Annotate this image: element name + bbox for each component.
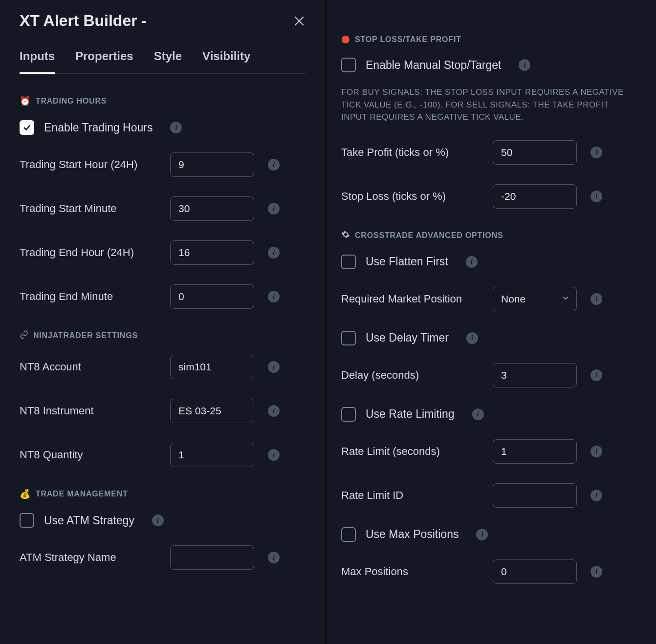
use-delay-label: Use Delay Timer xyxy=(366,331,449,344)
end-min-label: Trading End Minute xyxy=(20,290,170,303)
info-icon[interactable]: i xyxy=(590,369,602,381)
info-icon[interactable]: i xyxy=(268,361,280,373)
enable-trading-hours-label: Enable Trading Hours xyxy=(44,121,153,134)
stop-icon xyxy=(341,35,350,44)
max-pos-input[interactable] xyxy=(493,559,577,584)
start-hour-input[interactable] xyxy=(170,152,254,177)
info-icon[interactable]: i xyxy=(268,552,280,563)
atm-name-input[interactable] xyxy=(170,545,254,570)
rate-limit-sec-label: Rate Limit (seconds) xyxy=(341,445,493,458)
gear-icon xyxy=(341,230,350,241)
rate-limit-id-label: Rate Limit ID xyxy=(341,489,493,502)
flatten-first-label: Use Flatten First xyxy=(366,255,448,268)
stop-loss-input[interactable] xyxy=(493,184,577,209)
info-icon[interactable]: i xyxy=(590,147,602,158)
max-pos-label: Max Positions xyxy=(341,565,493,578)
use-rate-limit-checkbox[interactable] xyxy=(341,407,356,422)
link-icon xyxy=(20,330,28,341)
right-panel: STOP LOSS/TAKE PROFIT Enable Manual Stop… xyxy=(327,0,656,644)
nt8-instrument-input[interactable] xyxy=(170,399,254,423)
start-min-input[interactable] xyxy=(170,196,254,221)
delay-sec-input[interactable] xyxy=(493,363,577,387)
nt8-account-input[interactable] xyxy=(170,355,254,379)
info-icon[interactable]: i xyxy=(268,159,280,171)
section-ninjatrader: NINJATRADER SETTINGS xyxy=(20,330,306,341)
info-icon[interactable]: i xyxy=(466,256,478,268)
enable-manual-stop-label: Enable Manual Stop/Target xyxy=(366,59,501,72)
left-panel: XT Alert Builder - Inputs Properties Sty… xyxy=(0,0,327,644)
section-trading-hours: ⏰ TRADING HOURS xyxy=(20,96,306,107)
info-icon[interactable]: i xyxy=(476,529,488,540)
tab-inputs[interactable]: Inputs xyxy=(20,49,55,73)
section-crosstrade: CROSSTRADE ADVANCED OPTIONS xyxy=(341,230,636,241)
req-market-pos-label: Required Market Position xyxy=(341,293,493,305)
info-icon[interactable]: i xyxy=(472,408,484,420)
nt8-account-label: NT8 Account xyxy=(20,361,170,373)
nt8-instrument-label: NT8 Instrument xyxy=(20,405,170,417)
info-icon[interactable]: i xyxy=(590,191,602,202)
stop-loss-label: Stop Loss (ticks or %) xyxy=(341,190,493,203)
info-icon[interactable]: i xyxy=(268,203,280,215)
info-icon[interactable]: i xyxy=(590,566,602,578)
info-icon[interactable]: i xyxy=(268,405,280,417)
info-icon[interactable]: i xyxy=(519,59,530,71)
info-icon[interactable]: i xyxy=(590,490,602,501)
dialog-header: XT Alert Builder - xyxy=(20,12,306,30)
use-rate-limit-label: Use Rate Limiting xyxy=(366,408,455,421)
tab-visibility[interactable]: Visibility xyxy=(202,49,250,73)
info-icon[interactable]: i xyxy=(152,515,164,526)
section-label: NINJATRADER SETTINGS xyxy=(33,331,138,340)
info-icon[interactable]: i xyxy=(466,332,478,344)
tab-bar: Inputs Properties Style Visibility xyxy=(20,49,306,74)
delay-sec-label: Delay (seconds) xyxy=(341,369,493,382)
section-label: TRADING HOURS xyxy=(36,97,107,106)
signal-hint-text: FOR BUY SIGNALS: THE STOP LOSS INPUT REQ… xyxy=(341,86,636,124)
use-max-pos-label: Use Max Positions xyxy=(366,528,459,541)
end-min-input[interactable] xyxy=(170,284,254,309)
flatten-first-checkbox[interactable] xyxy=(341,255,356,269)
use-max-pos-checkbox[interactable] xyxy=(341,527,356,542)
use-delay-checkbox[interactable] xyxy=(341,331,356,345)
info-icon[interactable]: i xyxy=(268,247,280,258)
svg-marker-0 xyxy=(342,36,350,43)
rate-limit-sec-input[interactable] xyxy=(493,439,577,464)
section-label: STOP LOSS/TAKE PROFIT xyxy=(355,35,461,44)
use-atm-label: Use ATM Strategy xyxy=(44,514,134,527)
use-atm-checkbox[interactable] xyxy=(20,513,34,528)
info-icon[interactable]: i xyxy=(590,446,602,457)
clock-icon: ⏰ xyxy=(20,96,31,107)
start-hour-label: Trading Start Hour (24H) xyxy=(20,158,170,171)
nt8-qty-label: NT8 Quantity xyxy=(20,449,170,461)
end-hour-label: Trading End Hour (24H) xyxy=(20,246,170,259)
rate-limit-id-input[interactable] xyxy=(493,483,577,508)
tab-style[interactable]: Style xyxy=(154,49,182,73)
req-market-pos-select[interactable]: None xyxy=(493,287,577,311)
end-hour-input[interactable] xyxy=(170,240,254,265)
nt8-qty-input[interactable] xyxy=(170,443,254,467)
info-icon[interactable]: i xyxy=(170,122,182,133)
dialog-title: XT Alert Builder - xyxy=(20,12,147,30)
moneybag-icon: 💰 xyxy=(20,489,31,499)
section-stop-loss: STOP LOSS/TAKE PROFIT xyxy=(341,35,636,44)
enable-trading-hours-checkbox[interactable] xyxy=(20,120,34,135)
info-icon[interactable]: i xyxy=(590,293,602,305)
section-label: TRADE MANAGEMENT xyxy=(36,490,128,498)
take-profit-label: Take Profit (ticks or %) xyxy=(341,146,493,159)
close-icon[interactable] xyxy=(292,14,306,28)
section-label: CROSSTRADE ADVANCED OPTIONS xyxy=(355,231,503,240)
info-icon[interactable]: i xyxy=(268,291,280,302)
start-min-label: Trading Start Minute xyxy=(20,202,170,215)
atm-name-label: ATM Strategy Name xyxy=(20,551,170,564)
enable-manual-stop-checkbox[interactable] xyxy=(341,58,356,72)
take-profit-input[interactable] xyxy=(493,140,577,165)
tab-properties[interactable]: Properties xyxy=(75,49,133,73)
section-trade-mgmt: 💰 TRADE MANAGEMENT xyxy=(20,489,306,499)
info-icon[interactable]: i xyxy=(268,449,280,461)
